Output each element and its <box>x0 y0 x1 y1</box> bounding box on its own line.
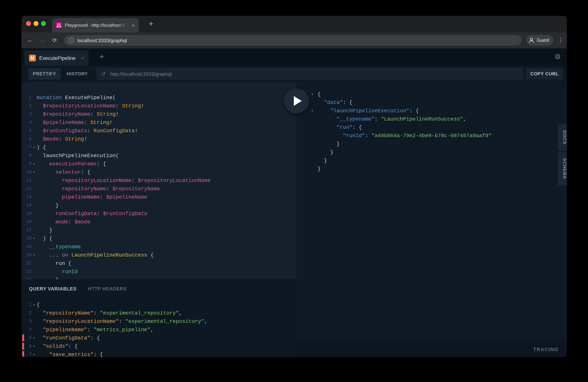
code-line: 4 "pipelineName": "metrics_pipeline", <box>21 325 296 334</box>
code-line: 18▾ ) { <box>21 234 296 243</box>
playground-tab-close-icon[interactable]: × <box>81 55 84 61</box>
tab-close-icon[interactable]: × <box>131 22 135 28</box>
fold-spacer <box>32 243 37 251</box>
fold-spacer <box>312 115 317 123</box>
playground-tab[interactable]: M ExecutePipeline × <box>24 50 88 65</box>
line-number: 8 <box>21 151 32 160</box>
avatar-icon <box>528 37 535 44</box>
code-text: pipelineName: $pipelineName <box>37 193 147 201</box>
schema-tab-label: SCHEMA <box>562 158 567 179</box>
code-line: 13 pipelineName: $pipelineName <box>21 193 296 201</box>
code-text: $repositoryLocationName: String! <box>37 102 144 110</box>
copy-curl-button[interactable]: COPY CURL <box>526 68 563 80</box>
new-tab-button[interactable]: + <box>146 19 156 29</box>
endpoint-refresh-icon[interactable]: ↺ <box>101 70 106 77</box>
browser-tab-title: Playground - http://localhost:3 <box>65 22 129 28</box>
code-text: $mode: String! <box>37 135 87 143</box>
result-line: } <box>312 140 567 148</box>
code-text: "data": { <box>317 98 352 106</box>
code-line: 5▾ "runConfigData": { <box>21 334 296 342</box>
browser-menu-icon[interactable]: ⋮ <box>556 32 566 48</box>
fold-arrow-icon[interactable]: ▾ <box>32 342 37 350</box>
prettify-button[interactable]: PRETTIFY <box>28 68 61 80</box>
docs-tab[interactable]: DOCS <box>558 124 567 151</box>
window-minimize-button[interactable] <box>34 21 39 26</box>
collapse-arrow-icon[interactable]: ▾ <box>312 90 317 98</box>
line-number: 6 <box>21 135 32 143</box>
history-button[interactable]: HISTORY <box>62 68 92 80</box>
line-number: 3 <box>21 110 32 118</box>
fold-arrow-icon[interactable]: ▾ <box>32 301 37 309</box>
line-number: 22 <box>21 268 32 276</box>
line-number: 23 <box>21 276 32 279</box>
line-number: 5 <box>21 127 32 135</box>
query-pane: 1mutation ExecutePipeline(2 $repositoryL… <box>21 82 296 357</box>
code-text: } <box>317 165 321 173</box>
code-text: { <box>317 90 321 98</box>
code-text: launchPipelineExecution( <box>37 151 119 160</box>
fold-arrow-icon[interactable]: ▾ <box>32 334 37 342</box>
endpoint-input[interactable]: ↺ http://localhost:3333/graphql <box>96 68 524 80</box>
line-number: 4 <box>21 118 32 127</box>
fold-arrow-icon[interactable]: ▾ <box>32 168 37 176</box>
result-line: "runId": "a49b864a-79e2-4be8-b78c-687457… <box>312 131 567 140</box>
line-number: 7 <box>21 143 32 151</box>
code-line: 21 run { <box>21 259 296 268</box>
fold-spacer <box>32 317 37 325</box>
fold-arrow-icon[interactable]: ▾ <box>32 350 37 357</box>
code-line: 6 $mode: String! <box>21 135 296 143</box>
guest-button[interactable]: Guest <box>526 35 553 45</box>
window-close-button[interactable] <box>26 21 31 26</box>
line-number: 11 <box>21 176 32 185</box>
schema-tab[interactable]: SCHEMA <box>558 152 567 185</box>
fold-spacer <box>32 118 37 127</box>
code-line: 9▾ executionParams: { <box>21 160 296 168</box>
line-number: 9 <box>21 160 32 168</box>
tab-http-headers[interactable]: HTTP HEADERS <box>88 286 127 292</box>
code-line: 11 repositoryLocationName: $repositoryLo… <box>21 176 296 185</box>
query-editor[interactable]: 1mutation ExecutePipeline(2 $repositoryL… <box>21 82 296 279</box>
result-pane: ▾{ "data": {▾ "launchPipelineExecution":… <box>296 82 567 357</box>
fold-arrow-icon[interactable]: ▾ <box>32 160 37 168</box>
code-text: repositoryName: $repositoryName <box>37 185 160 193</box>
code-line: 14 } <box>21 201 296 210</box>
execute-button[interactable] <box>284 88 309 113</box>
fold-spacer <box>32 102 37 110</box>
fold-spacer <box>312 165 317 173</box>
line-number: 14 <box>21 201 32 210</box>
fold-spacer <box>32 193 37 201</box>
code-line: 1▾{ <box>21 301 296 309</box>
playground-main: 1mutation ExecutePipeline(2 $repositoryL… <box>21 82 567 357</box>
fold-spacer <box>32 127 37 135</box>
collapse-arrow-icon[interactable]: ▾ <box>312 106 317 115</box>
code-text: ) { <box>37 143 46 151</box>
playground-favicon-icon <box>56 22 62 28</box>
reload-button[interactable]: ⟳ <box>50 32 59 48</box>
fold-arrow-icon[interactable]: ▾ <box>32 143 37 151</box>
fold-arrow-icon[interactable]: ▾ <box>32 234 37 243</box>
variables-editor[interactable]: 1▾{2 "repositoryName": "experimental_rep… <box>21 301 296 357</box>
fold-spacer <box>32 201 37 210</box>
line-number: 12 <box>21 185 32 193</box>
tracing-bar[interactable]: TRACING <box>296 341 567 357</box>
url-bar[interactable]: i localhost:3333/graphql <box>64 35 522 45</box>
info-icon[interactable]: i <box>68 38 74 43</box>
code-text: executionParams: { <box>37 160 106 168</box>
error-marker <box>22 343 24 350</box>
fold-spacer <box>312 140 317 148</box>
line-number: 1 <box>21 301 32 309</box>
back-button[interactable]: ← <box>26 32 35 48</box>
code-line: 23 } <box>21 276 296 279</box>
line-number: 15 <box>21 210 32 218</box>
error-marker <box>22 335 24 341</box>
tab-query-variables[interactable]: QUERY VARIABLES <box>29 286 77 292</box>
error-marker <box>22 351 24 357</box>
code-line: 17 } <box>21 226 296 234</box>
browser-tab[interactable]: Playground - http://localhost:3 × <box>52 18 139 32</box>
window-fullscreen-button[interactable] <box>41 21 46 26</box>
settings-gear-icon[interactable]: ⚙ <box>554 48 561 65</box>
fold-arrow-icon[interactable]: ▾ <box>32 251 37 259</box>
forward-button[interactable]: → <box>38 32 47 48</box>
playground-new-tab-button[interactable]: + <box>96 48 107 65</box>
code-text: $pipelineName: String! <box>37 118 112 127</box>
